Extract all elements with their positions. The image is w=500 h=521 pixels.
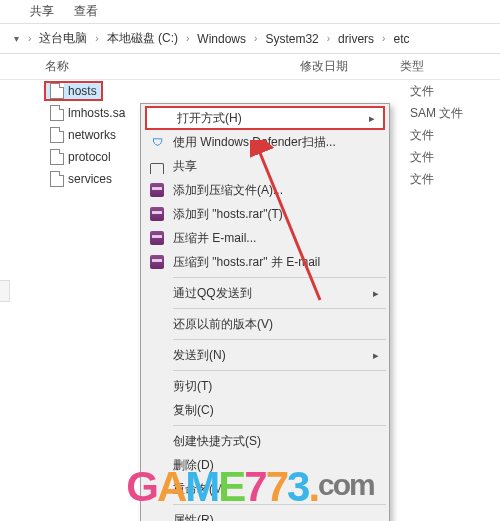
file-name: hosts xyxy=(68,84,97,98)
breadcrumb-back-icon[interactable]: ▾ xyxy=(8,28,24,50)
menu-send-to[interactable]: 发送到(N) xyxy=(143,343,387,367)
chevron-right-icon: › xyxy=(182,33,193,44)
share-icon xyxy=(149,158,165,174)
context-menu: 打开方式(H) 🛡使用 Windows Defender扫描... 共享 添加到… xyxy=(140,103,390,521)
rar-icon xyxy=(149,182,165,198)
tab-share[interactable]: 共享 xyxy=(20,3,64,20)
column-date[interactable]: 修改日期 xyxy=(300,58,400,75)
breadcrumb-item[interactable]: 这台电脑 xyxy=(35,28,91,49)
rar-icon xyxy=(149,254,165,270)
chevron-right-icon: › xyxy=(91,33,102,44)
menu-separator xyxy=(173,277,386,278)
file-icon xyxy=(50,127,64,143)
menu-add-archive[interactable]: 添加到压缩文件(A)... xyxy=(143,178,387,202)
file-icon xyxy=(50,83,64,99)
rar-icon xyxy=(149,206,165,222)
file-icon xyxy=(50,171,64,187)
menu-defender-scan[interactable]: 🛡使用 Windows Defender扫描... xyxy=(143,130,387,154)
menu-add-hosts-rar[interactable]: 添加到 "hosts.rar"(T) xyxy=(143,202,387,226)
rar-icon xyxy=(149,230,165,246)
breadcrumb-item[interactable]: Windows xyxy=(193,30,250,48)
menu-compress-email[interactable]: 压缩并 E-mail... xyxy=(143,226,387,250)
chevron-right-icon: › xyxy=(323,33,334,44)
shield-icon: 🛡 xyxy=(149,134,165,150)
menu-separator xyxy=(173,339,386,340)
menu-create-shortcut[interactable]: 创建快捷方式(S) xyxy=(143,429,387,453)
ribbon-tabs: 共享 查看 xyxy=(0,0,500,24)
file-name: lmhosts.sa xyxy=(68,106,125,120)
file-row[interactable]: hosts 文件 xyxy=(0,80,500,102)
tab-view[interactable]: 查看 xyxy=(64,3,108,20)
chevron-right-icon: › xyxy=(250,33,261,44)
breadcrumb-item[interactable]: drivers xyxy=(334,30,378,48)
file-name: services xyxy=(68,172,112,186)
menu-compress-hosts-email[interactable]: 压缩到 "hosts.rar" 并 E-mail xyxy=(143,250,387,274)
menu-cut[interactable]: 剪切(T) xyxy=(143,374,387,398)
file-type: 文件 xyxy=(410,149,434,166)
breadcrumb-item[interactable]: System32 xyxy=(261,30,322,48)
breadcrumb[interactable]: ▾ › 这台电脑 › 本地磁盘 (C:) › Windows › System3… xyxy=(0,24,500,54)
breadcrumb-item[interactable]: etc xyxy=(389,30,413,48)
chevron-right-icon: › xyxy=(24,33,35,44)
menu-copy[interactable]: 复制(C) xyxy=(143,398,387,422)
file-type: 文件 xyxy=(410,171,434,188)
column-type[interactable]: 类型 xyxy=(400,58,500,75)
breadcrumb-item[interactable]: 本地磁盘 (C:) xyxy=(103,28,182,49)
menu-separator xyxy=(173,308,386,309)
file-icon xyxy=(50,149,64,165)
file-icon xyxy=(50,105,64,121)
chevron-right-icon: › xyxy=(378,33,389,44)
menu-qq-send[interactable]: 通过QQ发送到 xyxy=(143,281,387,305)
menu-open-with[interactable]: 打开方式(H) xyxy=(145,106,385,130)
watermark: GAME773.com xyxy=(126,463,373,511)
menu-separator xyxy=(173,425,386,426)
column-headers: 名称 修改日期 类型 xyxy=(0,54,500,80)
file-name: protocol xyxy=(68,150,111,164)
nav-pane-stub xyxy=(0,280,10,302)
file-type: 文件 xyxy=(410,83,434,100)
column-name[interactable]: 名称 xyxy=(45,58,300,75)
file-type: SAM 文件 xyxy=(410,105,463,122)
file-name: networks xyxy=(68,128,116,142)
menu-separator xyxy=(173,370,386,371)
menu-restore-version[interactable]: 还原以前的版本(V) xyxy=(143,312,387,336)
menu-share[interactable]: 共享 xyxy=(143,154,387,178)
file-type: 文件 xyxy=(410,127,434,144)
